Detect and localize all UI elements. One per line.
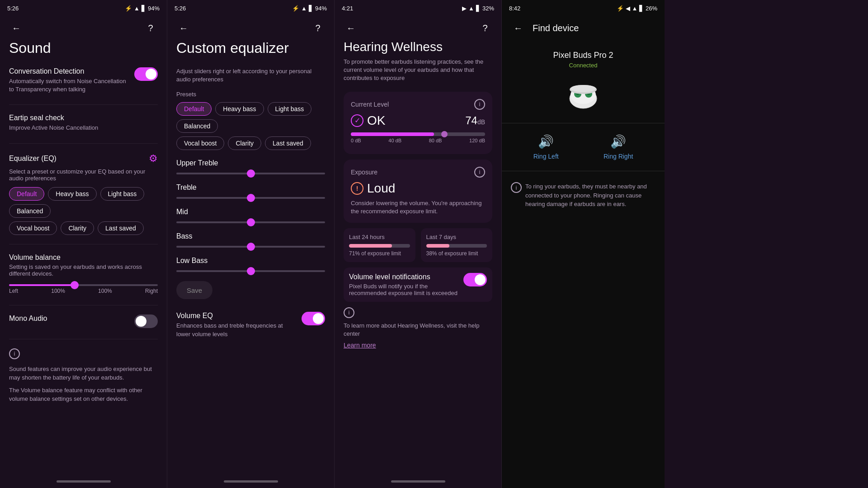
preset-last-saved[interactable]: Last saved xyxy=(98,221,144,235)
upper-treble-thumb[interactable] xyxy=(247,169,255,178)
preset-default[interactable]: Default xyxy=(9,187,44,201)
status-icons-2: ⚡ ▲ ▋ 94% xyxy=(292,5,327,12)
vol-eq-toggle[interactable] xyxy=(302,312,325,325)
eq-presets-row-2: Vocal boost Clarity Last saved xyxy=(176,136,325,150)
mid-thumb[interactable] xyxy=(247,218,255,226)
hearing-wellness-panel: 4:21 ▶ ▲ ▋ 32% ← ? Hearing Wellness To p… xyxy=(335,0,502,488)
hw-content: Hearing Wellness To promote better earbu… xyxy=(335,40,501,477)
vol-eq-row: Volume EQ Enhances bass and treble frequ… xyxy=(176,312,325,338)
find-title: Find device xyxy=(533,23,579,33)
eq-preset-balanced[interactable]: Balanced xyxy=(176,119,218,133)
eq-preset-last-saved[interactable]: Last saved xyxy=(265,136,311,150)
preset-clarity[interactable]: Clarity xyxy=(61,221,94,235)
vol-balance-desc: Setting is saved on your earbuds and wor… xyxy=(9,263,158,277)
low-bass-track[interactable] xyxy=(176,270,325,272)
treble-thumb[interactable] xyxy=(247,194,255,202)
learn-more-link[interactable]: Learn more xyxy=(344,342,492,349)
ring-left-button[interactable]: 🔊 Ring Left xyxy=(533,134,559,160)
ok-text: OK xyxy=(367,113,385,128)
eq-content: Custom equalizer Adjust sliders right or… xyxy=(167,40,334,477)
eq-page-title: Custom equalizer xyxy=(176,40,325,56)
db-scale: 0 dB 40 dB 80 dB 120 dB xyxy=(351,138,485,143)
signal-icon-3: ▋ xyxy=(476,5,481,12)
help-button-1[interactable]: ? xyxy=(142,19,160,37)
find-back-button[interactable]: ← xyxy=(509,19,527,37)
eartip-item: Eartip seal check Improve Active Noise C… xyxy=(9,114,158,132)
level-progress-fill xyxy=(351,132,434,136)
save-button[interactable]: Save xyxy=(176,281,212,299)
battery-3: 32% xyxy=(482,5,494,12)
mid-section: Mid xyxy=(176,208,325,223)
status-icons-4: ⚡ ◀ ▲ ▋ 26% xyxy=(617,5,657,12)
eq-text: Equalizer (EQ) xyxy=(9,155,57,163)
back-button-3[interactable]: ← xyxy=(342,19,360,37)
home-indicator-1 xyxy=(57,480,111,483)
exposure-header: Exposure i xyxy=(351,167,485,178)
eq-preset-default[interactable]: Default xyxy=(176,102,212,116)
preset-balanced[interactable]: Balanced xyxy=(9,204,51,218)
last7-pct: 38% of exposure limit xyxy=(426,250,487,257)
info-icon-exposure[interactable]: i xyxy=(474,167,485,178)
eq-preset-light-bass[interactable]: Light bass xyxy=(268,102,312,116)
conversation-toggle[interactable] xyxy=(134,67,158,81)
notif-text: Volume level notifications Pixel Buds wi… xyxy=(349,273,458,296)
preset-heavy-bass[interactable]: Heavy bass xyxy=(48,187,96,201)
mono-audio-toggle[interactable] xyxy=(134,314,158,328)
volume-balance-item: Volume balance Setting is saved on your … xyxy=(9,253,158,294)
upper-treble-track[interactable] xyxy=(176,173,325,174)
last7-card: Last 7 days 38% of exposure limit xyxy=(421,228,493,262)
mono-audio-title: Mono Audio xyxy=(9,314,47,323)
info-icon-hw[interactable]: i xyxy=(344,307,354,318)
vol-balance-thumb[interactable] xyxy=(71,281,79,289)
preset-light-bass[interactable]: Light bass xyxy=(100,187,145,201)
vol-balance-title: Volume balance xyxy=(9,253,158,262)
info-icon-current[interactable]: i xyxy=(474,99,485,110)
low-bass-thumb[interactable] xyxy=(247,267,255,275)
ring-left-icon: 🔊 xyxy=(538,134,554,149)
db-value: 74dB xyxy=(465,114,485,127)
notifications-toggle[interactable] xyxy=(463,273,487,286)
ring-right-button[interactable]: 🔊 Ring Right xyxy=(604,134,633,160)
info-icon-find[interactable]: i xyxy=(511,182,522,193)
volume-balance-slider[interactable] xyxy=(9,284,158,286)
info-row: i xyxy=(9,348,158,359)
db-120: 120 dB xyxy=(469,138,485,143)
eq-preset-heavy-bass[interactable]: Heavy bass xyxy=(215,102,264,116)
right-pct: 100% xyxy=(98,288,112,294)
eq-presets-row-1: Default Heavy bass Light bass Balanced xyxy=(176,102,325,133)
db-80: 80 dB xyxy=(429,138,442,143)
home-indicator-3 xyxy=(391,480,445,483)
bass-thumb[interactable] xyxy=(247,243,255,251)
hw-title: Hearing Wellness xyxy=(344,40,492,54)
wifi-icon-2: ▲ xyxy=(301,5,307,12)
wifi-icon-3: ▲ xyxy=(468,5,474,12)
help-button-2[interactable]: ? xyxy=(309,19,327,37)
exposure-label: Exposure xyxy=(351,169,377,176)
mid-label: Mid xyxy=(176,208,325,216)
sound-title: Sound xyxy=(9,40,158,56)
preset-vocal-boost[interactable]: Vocal boost xyxy=(9,221,57,235)
nav-bar-3: ← ? xyxy=(335,16,501,40)
treble-track[interactable] xyxy=(176,197,325,199)
mid-track[interactable] xyxy=(176,221,325,223)
level-progress-bar xyxy=(351,132,485,136)
info-icon-1[interactable]: i xyxy=(9,348,20,359)
current-level-label: Current Level xyxy=(351,101,389,108)
help-button-3[interactable]: ? xyxy=(476,19,494,37)
back-button-1[interactable]: ← xyxy=(7,19,25,37)
bass-track[interactable] xyxy=(176,246,325,248)
left-label: Left xyxy=(9,288,18,294)
divider-3 xyxy=(9,244,158,244)
loud-text: Loud xyxy=(367,181,395,196)
back-button-2[interactable]: ← xyxy=(175,19,193,37)
eq-preset-vocal-boost[interactable]: Vocal boost xyxy=(176,136,224,150)
eq-preset-clarity[interactable]: Clarity xyxy=(228,136,261,150)
eq-title: Equalizer (EQ) xyxy=(9,155,57,163)
gear-icon[interactable]: ⚙ xyxy=(149,153,158,164)
warning-circle: ! xyxy=(351,182,363,195)
low-bass-section: Low Bass xyxy=(176,257,325,272)
divider-2 xyxy=(9,143,158,144)
nav-bar-2: ← ? xyxy=(167,16,334,40)
status-bar-4: 8:42 ⚡ ◀ ▲ ▋ 26% xyxy=(502,0,665,16)
time-4: 8:42 xyxy=(509,5,520,12)
